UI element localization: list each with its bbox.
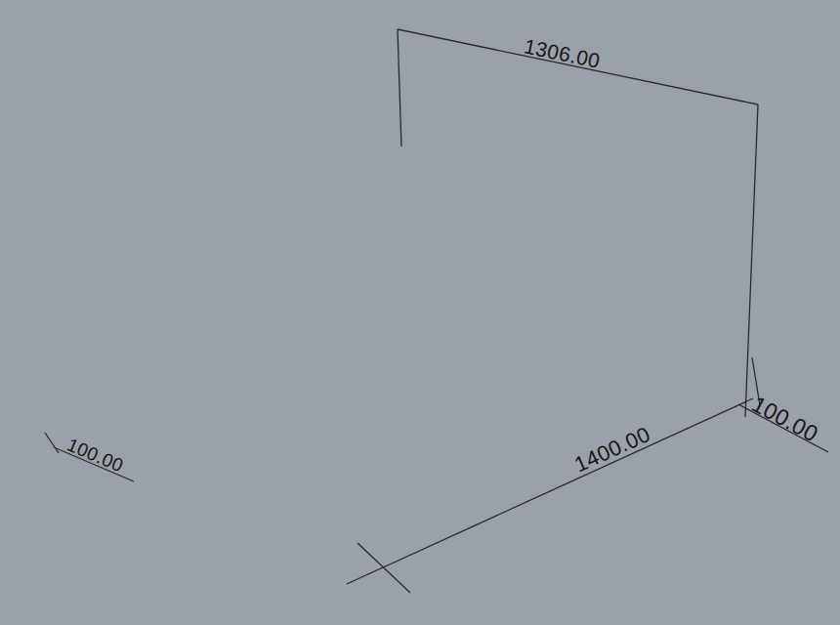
cad-window: 1306.00 1400.00 100.00 100.00 <box>0 0 840 625</box>
viewport-background <box>0 0 840 625</box>
cad-viewport-3d[interactable]: 1306.00 1400.00 100.00 100.00 <box>0 0 840 625</box>
